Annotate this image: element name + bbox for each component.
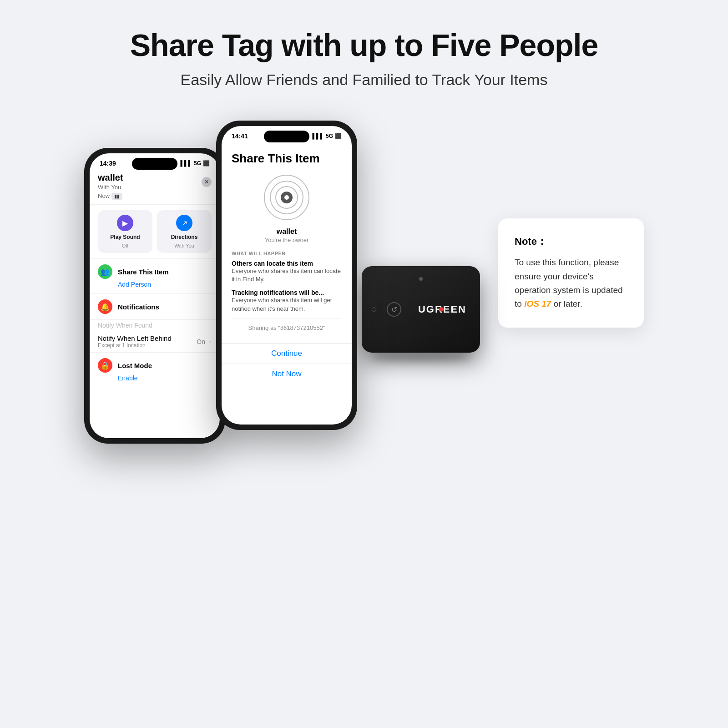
tracker-circle-button[interactable]: ↺ [387, 302, 401, 317]
network-badge-1: 5G [194, 160, 201, 167]
share-row: 👥 Share This Item [98, 264, 212, 279]
status-icons-1: ▌▌▌ 5G ⬛ [180, 160, 210, 167]
tracker-hole [419, 277, 423, 281]
phone-1: 14:39 ▌▌▌ 5G ⬛ wallet With You Now ▮▮ ✕ [84, 148, 225, 444]
tracker-small-circle [372, 307, 376, 312]
directions-icon: ↗ [176, 215, 192, 231]
notify-left-behind: Notify When Left Behind Except at 1 loca… [90, 331, 220, 352]
status-time-1: 14:39 [100, 160, 116, 167]
share-icon-wrap [232, 175, 342, 220]
note-body: To use this function, please ensure your… [515, 256, 627, 311]
page-header: Share Tag with up to Five People Easily … [130, 27, 598, 89]
item-when: Now ▮▮ [98, 192, 212, 200]
notify-found: Notify When Found [90, 320, 220, 331]
notifications-section: 🔔 Notifications [90, 294, 220, 320]
happen-desc-1: Everyone who shares this item can locate… [232, 267, 342, 283]
chevron-icon: › [210, 339, 212, 345]
target-icon [264, 175, 309, 220]
directions-sub: With You [174, 243, 194, 248]
notify-left-toggle[interactable]: On › [197, 338, 212, 345]
phone-2: 14:41 ▌▌▌ 5G ⬛ Share This Item [216, 121, 357, 430]
add-person-link[interactable]: Add Person [98, 281, 212, 288]
share-section: 👥 Share This Item Add Person [90, 259, 220, 294]
continue-button[interactable]: Continue [222, 343, 352, 364]
notify-left-label: Notify When Left Behind [98, 334, 172, 342]
happen-item-2: Tracking notifications will be... Everyo… [232, 289, 342, 313]
happen-title-1: Others can locate this item [232, 260, 342, 267]
notifications-title: Notifications [118, 303, 159, 311]
signal-icon-2: ▌▌▌ [312, 133, 324, 139]
ios-version-highlight: iOS 17 [524, 299, 551, 308]
item-name-1: wallet [98, 172, 212, 183]
notify-on-badge: On [197, 338, 205, 345]
tracker-device: ↺ UGREEN [362, 266, 480, 353]
phone-1-screen: 14:39 ▌▌▌ 5G ⬛ wallet With You Now ▮▮ ✕ [90, 153, 220, 438]
lost-mode-section: 🔒 Lost Mode Enable [90, 352, 220, 387]
directions-label: Directions [171, 234, 198, 240]
share-item-name: wallet [232, 228, 342, 236]
target-dot [284, 195, 289, 200]
item-header: wallet With You Now ▮▮ [90, 170, 220, 205]
what-happen-label: WHAT WILL HAPPEN [232, 251, 342, 256]
phone-2-screen: 14:41 ▌▌▌ 5G ⬛ Share This Item [222, 126, 352, 425]
play-sound-btn[interactable]: ▶ Play Sound Off [98, 210, 152, 253]
not-now-button[interactable]: Not Now [222, 364, 352, 384]
notify-left-row: Notify When Left Behind Except at 1 loca… [98, 334, 212, 349]
battery-tag: ▮▮ [111, 193, 122, 200]
dynamic-island-1 [132, 158, 177, 170]
note-body-part2: or later. [551, 299, 582, 308]
share-item-owner: You're the owner [232, 237, 342, 243]
signal-icon-1: ▌▌▌ [180, 160, 192, 167]
share-icon: 👥 [98, 264, 112, 279]
lost-mode-row: 🔒 Lost Mode [98, 358, 212, 373]
status-time-2: 14:41 [232, 132, 248, 140]
play-sound-sub: Off [122, 243, 128, 248]
tracker-led [439, 307, 444, 312]
notifications-row: 🔔 Notifications [98, 299, 212, 314]
notify-left-info: Notify When Left Behind Except at 1 loca… [98, 334, 172, 349]
battery-icon-2: ⬛ [335, 133, 342, 139]
directions-btn[interactable]: ↗ Directions With You [157, 210, 212, 253]
share-divider [232, 318, 342, 319]
action-row: ▶ Play Sound Off ↗ Directions With You [90, 205, 220, 259]
content-area: 14:39 ▌▌▌ 5G ⬛ wallet With You Now ▮▮ ✕ [36, 121, 692, 444]
play-sound-label: Play Sound [110, 234, 140, 240]
lost-mode-icon: 🔒 [98, 358, 112, 373]
notify-left-sub: Except at 1 location [98, 342, 172, 349]
item-with: With You [98, 184, 212, 191]
sub-title: Easily Allow Friends and Familied to Tra… [130, 71, 598, 89]
tracker-shadow [371, 353, 471, 362]
main-title: Share Tag with up to Five People [130, 27, 598, 63]
note-card: Note： To use this function, please ensur… [498, 218, 644, 328]
happen-item-1: Others can locate this item Everyone who… [232, 260, 342, 283]
note-title: Note： [515, 235, 627, 248]
share-screen-title: Share This Item [232, 152, 342, 166]
close-button[interactable]: ✕ [202, 177, 212, 187]
battery-icon-1: ⬛ [203, 160, 210, 167]
share-title-1: Share This Item [118, 268, 169, 276]
happen-desc-2: Everyone who shares this item will get n… [232, 296, 342, 313]
sharing-as: Sharing as "8618737210552" [232, 324, 342, 331]
lost-mode-link[interactable]: Enable [98, 374, 212, 382]
happen-title-2: Tracking notifications will be... [232, 289, 342, 296]
share-content: Share This Item wallet You're the owner … [222, 142, 352, 343]
play-sound-icon: ▶ [117, 215, 133, 231]
network-badge-2: 5G [326, 133, 333, 139]
lost-mode-title: Lost Mode [118, 362, 152, 369]
tracker-wrap: ↺ UGREEN [362, 266, 480, 362]
status-icons-2: ▌▌▌ 5G ⬛ [312, 133, 342, 139]
dynamic-island-2 [264, 131, 309, 142]
notifications-icon: 🔔 [98, 299, 112, 314]
